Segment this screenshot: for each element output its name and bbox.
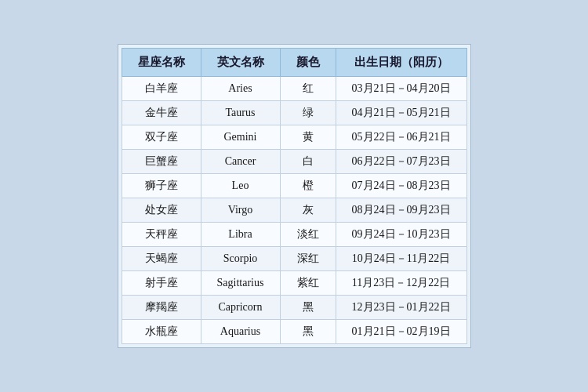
cell-english-name: Aries — [201, 77, 280, 101]
cell-dates: 12月23日－01月22日 — [336, 296, 466, 320]
cell-chinese-name: 射手座 — [122, 271, 201, 296]
cell-dates: 08月24日－09月23日 — [336, 198, 466, 223]
cell-english-name: Scorpio — [201, 247, 280, 271]
cell-color: 红 — [280, 77, 336, 101]
cell-color: 白 — [280, 150, 336, 174]
cell-english-name: Leo — [201, 174, 280, 198]
header-chinese-name: 星座名称 — [122, 49, 201, 77]
cell-chinese-name: 双子座 — [122, 125, 201, 150]
cell-dates: 03月21日－04月20日 — [336, 77, 466, 101]
cell-chinese-name: 白羊座 — [122, 77, 201, 101]
cell-color: 深红 — [280, 247, 336, 271]
cell-chinese-name: 天秤座 — [122, 223, 201, 247]
cell-chinese-name: 摩羯座 — [122, 296, 201, 320]
cell-dates: 07月24日－08月23日 — [336, 174, 466, 198]
cell-dates: 09月24日－10月23日 — [336, 223, 466, 247]
table-header-row: 星座名称 英文名称 颜色 出生日期（阳历） — [122, 49, 466, 77]
cell-chinese-name: 天蝎座 — [122, 247, 201, 271]
cell-english-name: Capricorn — [201, 296, 280, 320]
cell-dates: 04月21日－05月21日 — [336, 101, 466, 125]
table-row: 金牛座Taurus绿04月21日－05月21日 — [122, 101, 466, 125]
cell-color: 黄 — [280, 125, 336, 150]
cell-chinese-name: 金牛座 — [122, 101, 201, 125]
cell-english-name: Libra — [201, 223, 280, 247]
cell-dates: 05月22日－06月21日 — [336, 125, 466, 150]
cell-color: 橙 — [280, 174, 336, 198]
cell-color: 绿 — [280, 101, 336, 125]
cell-english-name: Cancer — [201, 150, 280, 174]
cell-chinese-name: 巨蟹座 — [122, 150, 201, 174]
table-row: 摩羯座Capricorn黑12月23日－01月22日 — [122, 296, 466, 320]
cell-dates: 10月24日－11月22日 — [336, 247, 466, 271]
cell-chinese-name: 狮子座 — [122, 174, 201, 198]
cell-dates: 11月23日－12月22日 — [336, 271, 466, 296]
cell-english-name: Gemini — [201, 125, 280, 150]
table-row: 白羊座Aries红03月21日－04月20日 — [122, 77, 466, 101]
table-body: 白羊座Aries红03月21日－04月20日金牛座Taurus绿04月21日－0… — [122, 77, 466, 344]
table-row: 水瓶座Aquarius黑01月21日－02月19日 — [122, 320, 466, 344]
cell-chinese-name: 处女座 — [122, 198, 201, 223]
header-dates: 出生日期（阳历） — [336, 49, 466, 77]
cell-dates: 06月22日－07月23日 — [336, 150, 466, 174]
cell-english-name: Taurus — [201, 101, 280, 125]
table-row: 射手座Sagittarius紫红11月23日－12月22日 — [122, 271, 466, 296]
table-row: 狮子座Leo橙07月24日－08月23日 — [122, 174, 466, 198]
cell-chinese-name: 水瓶座 — [122, 320, 201, 344]
cell-color: 紫红 — [280, 271, 336, 296]
cell-color: 黑 — [280, 296, 336, 320]
table-row: 天秤座Libra淡红09月24日－10月23日 — [122, 223, 466, 247]
zodiac-table: 星座名称 英文名称 颜色 出生日期（阳历） 白羊座Aries红03月21日－04… — [122, 48, 467, 344]
cell-english-name: Aquarius — [201, 320, 280, 344]
zodiac-table-container: 星座名称 英文名称 颜色 出生日期（阳历） 白羊座Aries红03月21日－04… — [118, 44, 471, 348]
table-row: 天蝎座Scorpio深红10月24日－11月22日 — [122, 247, 466, 271]
cell-color: 淡红 — [280, 223, 336, 247]
table-row: 处女座Virgo灰08月24日－09月23日 — [122, 198, 466, 223]
table-row: 双子座Gemini黄05月22日－06月21日 — [122, 125, 466, 150]
table-row: 巨蟹座Cancer白06月22日－07月23日 — [122, 150, 466, 174]
cell-english-name: Sagittarius — [201, 271, 280, 296]
header-english-name: 英文名称 — [201, 49, 280, 77]
cell-color: 黑 — [280, 320, 336, 344]
header-color: 颜色 — [280, 49, 336, 77]
cell-color: 灰 — [280, 198, 336, 223]
cell-english-name: Virgo — [201, 198, 280, 223]
cell-dates: 01月21日－02月19日 — [336, 320, 466, 344]
